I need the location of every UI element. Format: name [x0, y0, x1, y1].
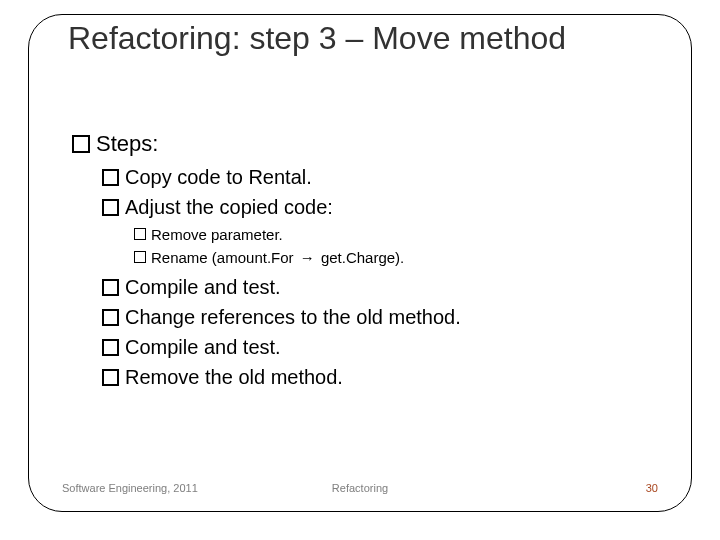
bullet-remove-old: Remove the old method.: [102, 364, 652, 390]
bullet-text: Steps:: [96, 130, 158, 158]
bullet-change-refs: Change references to the old method.: [102, 304, 652, 330]
square-bullet-icon: [102, 199, 119, 216]
compile-text: Compile and test.: [125, 276, 281, 298]
arrow-icon: →: [298, 249, 317, 266]
square-bullet-icon: [134, 228, 146, 240]
bullet-compile-test-2: Compile and test.: [102, 334, 652, 360]
bullet-text: Change references to the old method.: [125, 304, 461, 330]
bullet-remove-param: Remove parameter.: [134, 224, 652, 245]
slide-title: Refactoring: step 3 – Move method: [68, 20, 628, 58]
bullet-text: Rename (amount.For → get.Charge).: [151, 247, 404, 268]
bullet-steps: Steps:: [72, 130, 652, 158]
rename-text-b: get.Charge).: [317, 249, 405, 266]
square-bullet-icon: [102, 369, 119, 386]
bullet-text: Remove parameter.: [151, 224, 283, 245]
slide-content: Steps: Copy code to Rental. Adjust the c…: [72, 130, 652, 394]
bullet-text: Adjust the copied code:: [125, 194, 333, 220]
bullet-adjust-code: Adjust the copied code:: [102, 194, 652, 220]
square-bullet-icon: [102, 309, 119, 326]
rename-text-a: Rename (amount.For: [151, 249, 298, 266]
bullet-text: Copy code to Rental.: [125, 164, 312, 190]
bullet-compile-test-1: Compile and test.: [102, 274, 652, 300]
slide-number: 30: [646, 482, 658, 494]
square-bullet-icon: [102, 339, 119, 356]
square-bullet-icon: [134, 251, 146, 263]
bullet-rename: Rename (amount.For → get.Charge).: [134, 247, 652, 268]
square-bullet-icon: [102, 279, 119, 296]
bullet-text: Compile and test.: [125, 274, 281, 300]
bullet-text: Remove the old method.: [125, 364, 343, 390]
square-bullet-icon: [102, 169, 119, 186]
square-bullet-icon: [72, 135, 90, 153]
slide: Refactoring: step 3 – Move method Steps:…: [0, 0, 720, 540]
footer-left: Software Engineering, 2011: [62, 482, 198, 494]
bullet-copy-code: Copy code to Rental.: [102, 164, 652, 190]
bullet-text: Compile and test.: [125, 334, 281, 360]
